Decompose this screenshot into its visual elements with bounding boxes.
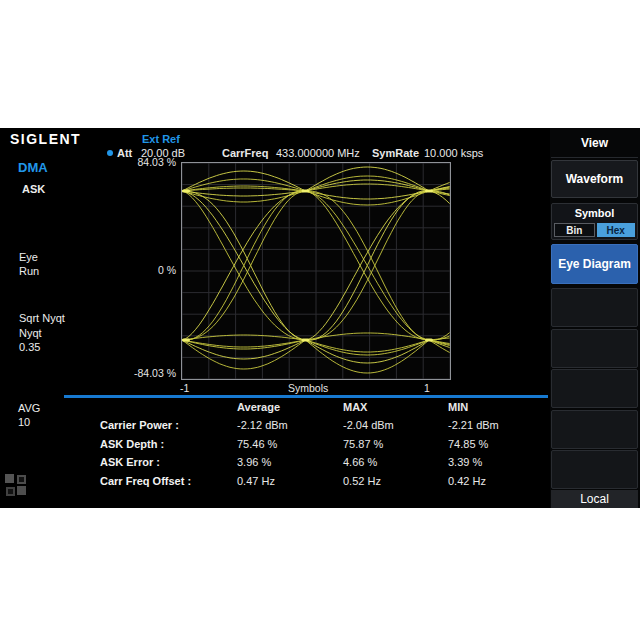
menu-title-view: View xyxy=(551,128,638,158)
windows-grid-icon[interactable] xyxy=(5,474,29,498)
table-row: Carrier Power :-2.12 dBm-2.04 dBm-2.21 d… xyxy=(0,419,550,437)
row-value-min: -2.21 dBm xyxy=(448,419,499,431)
eye-diagram-plot xyxy=(181,162,451,380)
results-table: Average MAX MIN Carrier Power :-2.12 dBm… xyxy=(0,400,550,496)
table-row: Carr Freq Offset :0.47 Hz0.52 Hz0.42 Hz xyxy=(0,475,550,493)
row-value-average: 0.47 Hz xyxy=(237,475,275,487)
symrate-label: SymRate xyxy=(372,147,419,159)
x-axis-tick-right: 1 xyxy=(424,382,430,394)
att-indicator-dot xyxy=(107,150,113,156)
row-label: Carrier Power : xyxy=(100,419,179,431)
symbol-format-toggle: Bin Hex xyxy=(554,223,635,237)
softkey-menu: View Waveform Symbol Bin Hex Eye Diagram… xyxy=(550,128,640,508)
run-state-readout: Run xyxy=(19,265,39,277)
menu-empty-button[interactable] xyxy=(551,410,638,449)
col-header-min: MIN xyxy=(448,401,468,413)
row-value-average: 3.96 % xyxy=(237,456,271,468)
symbol-button-label: Symbol xyxy=(575,207,615,219)
instrument-screen: SIGLENT Ext Ref Att 20.00 dB CarrFreq 43… xyxy=(0,128,640,508)
filter-alpha-value: 0.35 xyxy=(19,341,40,353)
waveform-button[interactable]: Waveform xyxy=(551,160,638,198)
row-label: Carr Freq Offset : xyxy=(100,475,191,487)
ext-ref-status: Ext Ref xyxy=(142,133,180,145)
x-axis-tick-left: -1 xyxy=(180,382,189,394)
menu-empty-button[interactable] xyxy=(551,369,638,408)
local-button[interactable]: Local xyxy=(551,490,638,508)
carrfreq-label: CarrFreq xyxy=(222,147,268,159)
y-axis-tick-mid: 0 % xyxy=(128,264,176,276)
row-value-max: 75.87 % xyxy=(343,438,383,450)
x-axis-label: Symbols xyxy=(288,382,328,394)
row-value-max: 0.52 Hz xyxy=(343,475,381,487)
results-separator-line xyxy=(64,395,548,398)
row-value-min: 0.42 Hz xyxy=(448,475,486,487)
row-value-max: -2.04 dBm xyxy=(343,419,394,431)
eye-diagram-canvas xyxy=(182,163,450,379)
menu-empty-button[interactable] xyxy=(551,329,638,368)
row-label: ASK Depth : xyxy=(100,438,164,450)
y-axis-tick-top: 84.03 % xyxy=(128,156,176,168)
mode-readout: DMA xyxy=(18,160,48,175)
trace-type-readout: Eye xyxy=(19,251,38,263)
filter-readout-line1: Sqrt Nyqt xyxy=(19,312,65,324)
bin-option[interactable]: Bin xyxy=(554,223,595,237)
table-row: ASK Error :3.96 %4.66 %3.39 % xyxy=(0,456,550,474)
row-value-max: 4.66 % xyxy=(343,456,377,468)
modulation-readout: ASK xyxy=(22,183,45,195)
col-header-average: Average xyxy=(237,401,280,413)
siglent-logo: SIGLENT xyxy=(10,131,81,147)
col-header-max: MAX xyxy=(343,401,367,413)
row-value-average: -2.12 dBm xyxy=(237,419,288,431)
row-value-average: 75.46 % xyxy=(237,438,277,450)
carrfreq-value: 433.000000 MHz xyxy=(276,147,360,159)
y-axis-tick-bottom: -84.03 % xyxy=(128,367,176,379)
hex-option[interactable]: Hex xyxy=(597,223,636,237)
menu-empty-button[interactable] xyxy=(551,288,638,327)
table-row: ASK Depth :75.46 %75.87 %74.85 % xyxy=(0,438,550,456)
symbol-button[interactable]: Symbol Bin Hex xyxy=(551,203,638,240)
row-value-min: 74.85 % xyxy=(448,438,488,450)
menu-empty-button[interactable] xyxy=(551,450,638,489)
symrate-value: 10.000 ksps xyxy=(424,147,483,159)
eye-diagram-button[interactable]: Eye Diagram xyxy=(551,244,638,284)
filter-readout-line2: Nyqt xyxy=(19,327,42,339)
row-value-min: 3.39 % xyxy=(448,456,482,468)
row-label: ASK Error : xyxy=(100,456,160,468)
